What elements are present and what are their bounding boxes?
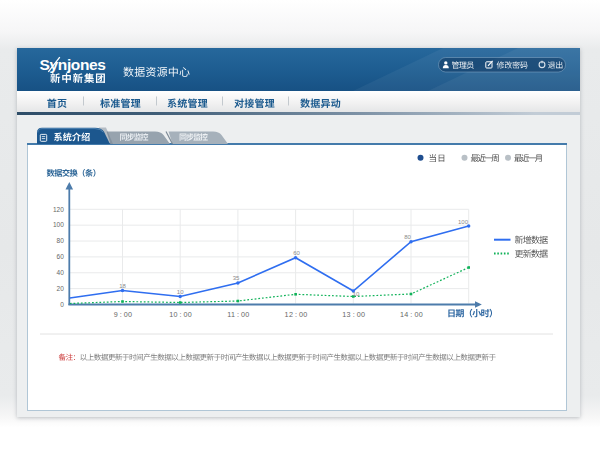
svg-text:40: 40 [57, 269, 65, 276]
svg-text:9 : 00: 9 : 00 [114, 310, 133, 319]
svg-text:11 : 00: 11 : 00 [227, 310, 249, 319]
svg-text:10 : 00: 10 : 00 [169, 310, 192, 319]
svg-text:14 : 00: 14 : 00 [400, 310, 423, 319]
svg-text:60: 60 [293, 250, 300, 256]
svg-text:60: 60 [57, 253, 65, 260]
svg-text:10: 10 [353, 291, 360, 297]
svg-text:100: 100 [53, 221, 64, 228]
svg-text:120: 120 [53, 206, 64, 213]
svg-text:100: 100 [458, 219, 469, 225]
svg-text:0: 0 [60, 301, 64, 308]
svg-text:13 : 00: 13 : 00 [342, 310, 365, 319]
svg-text:20: 20 [57, 285, 65, 292]
svg-text:80: 80 [57, 237, 65, 244]
svg-text:80: 80 [404, 234, 411, 240]
svg-text:12 : 00: 12 : 00 [285, 310, 308, 319]
svg-text:18: 18 [119, 283, 126, 289]
svg-text:10: 10 [177, 289, 184, 295]
svg-text:35: 35 [233, 275, 240, 281]
